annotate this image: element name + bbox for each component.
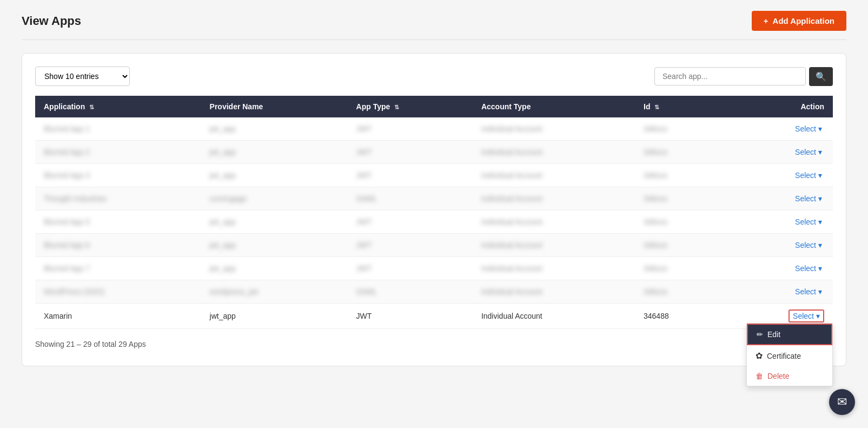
table-row: Blurred App 6 jwt_app JWT Individual Acc… — [35, 234, 833, 257]
col-provider-name: Provider Name — [201, 96, 348, 117]
cell-account-type: Individual Account — [473, 280, 635, 304]
cell-id: 346xxx — [635, 210, 723, 234]
cell-provider: jwt_app — [201, 257, 348, 280]
cell-provider: jwt_app — [201, 304, 348, 329]
col-app-type: App Type ⇅ — [348, 96, 473, 117]
certificate-menu-item[interactable]: ✿ Certificate — [747, 345, 832, 366]
cell-action: Select ▾ — [723, 164, 833, 187]
search-container: 🔍 — [654, 67, 833, 86]
cell-action: Select ▾ — [723, 234, 833, 257]
cell-action: Select ▾ — [723, 280, 833, 304]
main-card: Show 10 entries Show 25 entries Show 50 … — [22, 53, 846, 366]
action-dropdown-menu: ✏ Edit ✿ Certificate 🗑 Delete — [746, 323, 833, 386]
select-button[interactable]: Select ▾ — [793, 263, 824, 274]
edit-icon: ✏ — [757, 330, 763, 339]
cell-action: Select ▾ — [723, 187, 833, 210]
table-row: Blurred App 3 jwt_app JWT Individual Acc… — [35, 164, 833, 187]
select-button[interactable]: Select ▾ — [793, 216, 824, 227]
cell-application: WordPress (SSO) — [35, 280, 201, 304]
cell-account-type: Individual Account — [473, 257, 635, 280]
search-input[interactable] — [654, 67, 806, 85]
table-row: Thought Industries comingage SAML Indivi… — [35, 187, 833, 210]
cell-provider: jwt_app — [201, 117, 348, 141]
dropdown-arrow-icon: ▾ — [818, 264, 822, 273]
cell-application: Blurred App 5 — [35, 210, 201, 234]
cell-provider: wordpress_jwt — [201, 280, 348, 304]
apps-table: Application ⇅ Provider Name App Type ⇅ A… — [35, 96, 833, 329]
col-account-type: Account Type — [473, 96, 635, 117]
show-entries-select[interactable]: Show 10 entries Show 25 entries Show 50 … — [35, 67, 130, 86]
certificate-label: Certificate — [767, 352, 801, 360]
cell-provider: jwt_app — [201, 234, 348, 257]
dropdown-arrow-icon: ▾ — [818, 218, 822, 226]
delete-label: Delete — [767, 372, 789, 380]
cell-action: Select ▾ — [723, 117, 833, 141]
dropdown-arrow-icon: ▾ — [818, 148, 822, 156]
select-button[interactable]: Select ▾ — [793, 193, 824, 204]
col-id: Id ⇅ — [635, 96, 723, 117]
select-button[interactable]: Select ▾ — [793, 286, 824, 297]
cell-application: Blurred App 3 — [35, 164, 201, 187]
add-application-label: Add Application — [773, 16, 834, 25]
table-row: Blurred App 2 jwt_app JWT Individual Acc… — [35, 141, 833, 164]
select-button[interactable]: Select ▾ — [793, 170, 824, 181]
cell-account-type: Individual Account — [473, 187, 635, 210]
cell-app-type: SAML — [348, 280, 473, 304]
cell-account-type: Individual Account — [473, 141, 635, 164]
cell-account-type: Individual Account — [473, 304, 635, 329]
cell-app-type: JWT — [348, 117, 473, 141]
cell-application: Xamarin — [35, 304, 201, 329]
table-controls: Show 10 entries Show 25 entries Show 50 … — [35, 67, 833, 86]
dropdown-arrow-icon: ▾ — [818, 287, 822, 296]
search-button[interactable]: 🔍 — [809, 67, 833, 86]
plus-icon: + — [764, 16, 768, 25]
add-application-button[interactable]: + Add Application — [752, 11, 846, 31]
select-button[interactable]: Select ▾ — [793, 123, 824, 134]
cell-provider: jwt_app — [201, 164, 348, 187]
select-button[interactable]: Select ▾ — [793, 147, 824, 157]
cell-app-type: JWT — [348, 164, 473, 187]
chat-icon: ✉ — [837, 395, 847, 409]
cell-application: Blurred App 7 — [35, 257, 201, 280]
cell-app-type: JWT — [348, 141, 473, 164]
cell-application: Thought Industries — [35, 187, 201, 210]
cell-account-type: Individual Account — [473, 234, 635, 257]
cell-provider: comingage — [201, 187, 348, 210]
cell-app-type: JWT — [348, 234, 473, 257]
delete-menu-item[interactable]: 🗑 Delete — [747, 366, 832, 386]
dropdown-arrow-icon: ▾ — [818, 194, 822, 203]
cell-account-type: Individual Account — [473, 210, 635, 234]
cell-application: Blurred App 6 — [35, 234, 201, 257]
cell-action: Select ▾ — [723, 141, 833, 164]
cell-application: Blurred App 2 — [35, 141, 201, 164]
cell-id: 346xxx — [635, 280, 723, 304]
cell-account-type: Individual Account — [473, 164, 635, 187]
page-wrapper: View Apps + Add Application Show 10 entr… — [0, 0, 868, 428]
cell-provider: jwt_app — [201, 210, 348, 234]
chat-bubble[interactable]: ✉ — [829, 389, 855, 415]
edit-menu-item[interactable]: ✏ Edit — [747, 324, 832, 345]
cell-id: 346xxx — [635, 234, 723, 257]
cell-account-type: Individual Account — [473, 117, 635, 141]
col-application: Application ⇅ — [35, 96, 201, 117]
table-row: Xamarin jwt_app JWT Individual Account 3… — [35, 304, 833, 329]
cell-action: Select ▾ ✏ Edit ✿ Certificate 🗑 Delete — [723, 304, 833, 329]
cell-app-type: SAML — [348, 187, 473, 210]
certificate-icon: ✿ — [756, 351, 763, 361]
page-header: View Apps + Add Application — [22, 11, 846, 40]
col-action: Action — [723, 96, 833, 117]
cell-action: Select ▾ — [723, 210, 833, 234]
cell-app-type: JWT — [348, 304, 473, 329]
select-button[interactable]: Select ▾ — [793, 240, 824, 251]
dropdown-arrow-icon: ▾ — [818, 171, 822, 180]
cell-id: 346xxx — [635, 117, 723, 141]
select-button[interactable]: Select ▾ — [789, 310, 824, 322]
table-header-row: Application ⇅ Provider Name App Type ⇅ A… — [35, 96, 833, 117]
dropdown-arrow-icon: ▾ — [818, 241, 822, 249]
edit-label: Edit — [767, 330, 780, 339]
table-row: Blurred App 1 jwt_app JWT Individual Acc… — [35, 117, 833, 141]
sort-icon-id: ⇅ — [654, 104, 659, 111]
cell-action: Select ▾ — [723, 257, 833, 280]
search-icon: 🔍 — [816, 72, 826, 81]
table-row: Blurred App 5 jwt_app JWT Individual Acc… — [35, 210, 833, 234]
